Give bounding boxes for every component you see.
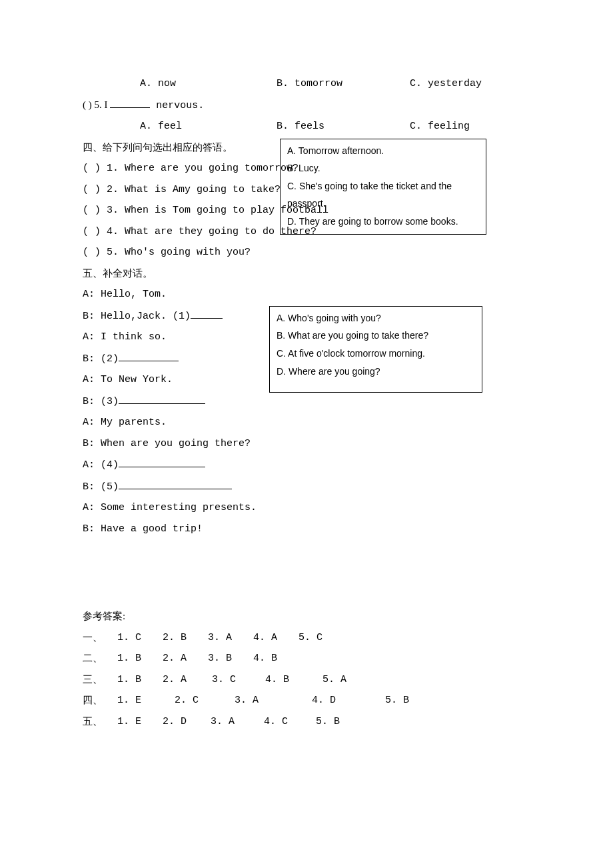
ans3-4: 4. B bbox=[265, 669, 322, 691]
sec5-blank1 bbox=[191, 308, 223, 319]
ans4-3: 3. A bbox=[235, 690, 312, 711]
section-4: 四、给下列问句选出相应的答语。 A. Tomorrow afternoon. B… bbox=[83, 137, 530, 263]
sec5-box-b: B. What are you going to take there? bbox=[277, 327, 475, 345]
q5-opt-c: C. feeling bbox=[410, 116, 530, 137]
q4-opt-b: B. tomorrow bbox=[277, 73, 410, 95]
ans3-n: 三、 bbox=[83, 669, 117, 691]
spacer bbox=[83, 539, 530, 606]
sec5-answer-box: A. Who's going with you? B. What are you… bbox=[269, 306, 482, 393]
answer-key: 参考答案: 一、 1. C 2. B 3. A 4. A 5. C 二、 1. … bbox=[83, 606, 530, 732]
sec4-answer-box: A. Tomorrow afternoon. B. Lucy. C. She's… bbox=[280, 139, 486, 235]
ans5-5: 5. B bbox=[316, 711, 361, 733]
q4-opt-a: A. now bbox=[140, 73, 277, 95]
sec5-l10a: B: (5) bbox=[83, 481, 119, 493]
sec5-blank3 bbox=[119, 393, 205, 404]
sec5-blank5 bbox=[119, 479, 232, 489]
sec4-box-d: D. They are going to borrow some books. bbox=[287, 213, 479, 231]
sec4-box-a: A. Tomorrow afternoon. bbox=[287, 142, 479, 160]
ans1-2: 2. B bbox=[163, 627, 208, 649]
sec5-l10: B: (5) bbox=[83, 476, 530, 498]
sec5-l7: A: My parents. bbox=[83, 412, 530, 433]
ans1-3: 3. A bbox=[208, 627, 253, 649]
sec5-l9a: A: (4) bbox=[83, 459, 119, 471]
sec5-blank2 bbox=[119, 351, 179, 361]
ans-row-3: 三、 1. B 2. A 3. C 4. B 5. A bbox=[83, 669, 530, 691]
ans4-4: 4. D bbox=[312, 690, 385, 711]
ans-row-1: 一、 1. C 2. B 3. A 4. A 5. C bbox=[83, 627, 530, 649]
ans4-5: 5. B bbox=[385, 690, 430, 711]
ans3-1: 1. B bbox=[117, 669, 163, 691]
q5-opt-b: B. feels bbox=[277, 116, 410, 137]
sec5-box-c: C. At five o'clock tomorrow morning. bbox=[277, 345, 475, 363]
ans5-1: 1. E bbox=[117, 711, 163, 733]
sec5-l8: B: When are you going there? bbox=[83, 433, 530, 455]
q4-opt-c: C. yesterday bbox=[410, 73, 530, 95]
ans3-5: 5. A bbox=[322, 669, 368, 691]
sec5-l6: B: (3) bbox=[83, 391, 530, 413]
sec5-l4a: B: (2) bbox=[83, 353, 119, 365]
ans1-1: 1. C bbox=[117, 627, 163, 649]
answers-title: 参考答案: bbox=[83, 606, 530, 627]
sec5-l6a: B: (3) bbox=[83, 396, 119, 407]
ans3-2: 2. A bbox=[163, 669, 212, 691]
sec5-box-d: D. Where are you going? bbox=[277, 363, 475, 381]
ans5-3: 3. A bbox=[211, 711, 264, 733]
sec5-l2a: B: Hello,Jack. (1) bbox=[83, 311, 191, 322]
ans5-n: 五、 bbox=[83, 711, 117, 733]
ans4-1: 1. E bbox=[117, 690, 175, 711]
ans2-2: 2. A bbox=[163, 648, 208, 669]
q4-options: A. now B. tomorrow C. yesterday bbox=[83, 73, 530, 95]
sec5-blank4 bbox=[119, 457, 205, 467]
ans-row-4: 四、 1. E 2. C 3. A 4. D 5. B bbox=[83, 690, 530, 711]
ans1-4: 4. A bbox=[253, 627, 299, 649]
q5-opt-a: A. feel bbox=[140, 116, 277, 137]
ans2-3: 3. B bbox=[208, 648, 253, 669]
ans-row-2: 二、 1. B 2. A 3. B 4. B bbox=[83, 648, 530, 669]
ans5-2: 2. D bbox=[163, 711, 211, 733]
ans5-4: 4. C bbox=[264, 711, 316, 733]
q5-stem: ( ) 5. I nervous. bbox=[83, 95, 530, 117]
ans1-n: 一、 bbox=[83, 627, 117, 649]
ans2-n: 二、 bbox=[83, 648, 117, 669]
sec5-box-a: A. Who's going with you? bbox=[277, 309, 475, 327]
sec5-l11: A: Some interesting presents. bbox=[83, 497, 530, 519]
ans-row-5: 五、 1. E 2. D 3. A 4. C 5. B bbox=[83, 711, 530, 733]
sec5-l9: A: (4) bbox=[83, 454, 530, 476]
sec4-q5: ( ) 5. Who's going with you? bbox=[83, 242, 530, 263]
sec5-l1: A: Hello, Tom. bbox=[83, 284, 530, 305]
ans4-n: 四、 bbox=[83, 690, 117, 711]
section-5: 五、补全对话。 A. Who's going with you? B. What… bbox=[83, 263, 530, 540]
sec4-box-b: B. Lucy. bbox=[287, 159, 479, 177]
q5-tail: nervous. bbox=[150, 100, 204, 111]
ans4-2: 2. C bbox=[175, 690, 235, 711]
sec4-box-c: C. She's going to take the ticket and th… bbox=[287, 177, 479, 213]
q5-options: A. feel B. feels C. feeling bbox=[83, 116, 530, 137]
sec5-title: 五、补全对话。 bbox=[83, 263, 530, 285]
ans2-4: 4. B bbox=[253, 648, 299, 669]
q5-blank bbox=[110, 97, 150, 108]
ans3-3: 3. C bbox=[212, 669, 265, 691]
ans1-5: 5. C bbox=[299, 627, 344, 649]
ans2-1: 1. B bbox=[117, 648, 163, 669]
q5-label: ( ) 5. I bbox=[83, 99, 110, 110]
sec5-l12: B: Have a good trip! bbox=[83, 519, 530, 540]
